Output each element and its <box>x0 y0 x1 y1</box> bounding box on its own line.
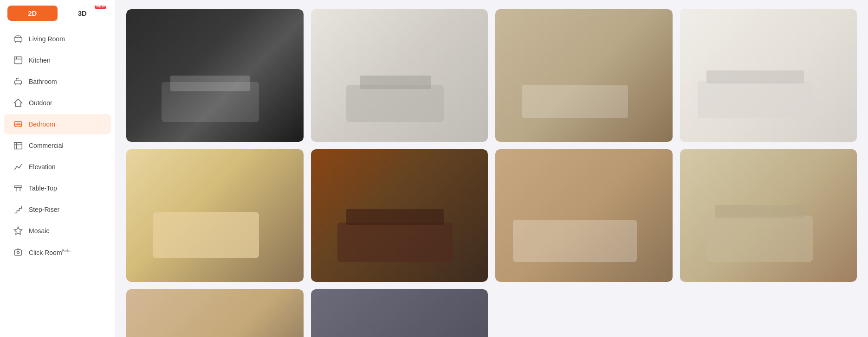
room-card-6[interactable] <box>311 149 488 282</box>
table-top-icon <box>13 183 23 193</box>
sidebar-label-bathroom: Bathroom <box>29 78 57 85</box>
svg-rect-9 <box>17 123 19 125</box>
svg-rect-6 <box>15 81 22 84</box>
svg-rect-17 <box>15 250 22 255</box>
bathroom-icon <box>13 76 23 87</box>
sidebar-item-step-riser[interactable]: Step-Riser <box>4 199 111 220</box>
sidebar-item-outdoor[interactable]: Outdoor <box>4 93 111 113</box>
main-content <box>115 0 868 337</box>
sidebar-item-living-room[interactable]: Living Room <box>4 29 111 49</box>
svg-marker-16 <box>14 227 22 235</box>
sidebar-label-elevation: Elevation <box>29 163 56 171</box>
room-card-5[interactable] <box>126 149 304 282</box>
view-toggle: 2D 3D new <box>7 6 107 21</box>
step-riser-icon <box>13 204 23 215</box>
room-card-8[interactable] <box>680 149 857 282</box>
svg-rect-0 <box>14 38 22 41</box>
sidebar-label-living-room: Living Room <box>29 35 65 43</box>
room-card-3[interactable] <box>495 9 673 142</box>
sidebar-label-outdoor: Outdoor <box>29 99 52 107</box>
sidebar-item-bedroom[interactable]: Bedroom <box>4 114 111 134</box>
sidebar-item-commercial[interactable]: Commercial <box>4 135 111 156</box>
room-card-1[interactable] <box>126 9 304 142</box>
sidebar-label-click-room: Click RoomBeta <box>29 248 71 256</box>
room-card-4[interactable] <box>680 9 857 142</box>
sidebar-label-mosaic: Mosaic <box>29 227 49 235</box>
sidebar: 2D 3D new Living Room Kitchen Bathroom O… <box>0 0 115 337</box>
3d-toggle-button[interactable]: 3D new <box>58 6 108 21</box>
sidebar-item-kitchen[interactable]: Kitchen <box>4 50 111 70</box>
svg-point-18 <box>17 251 19 254</box>
room-card-7[interactable] <box>495 149 673 282</box>
room-card-10[interactable] <box>311 289 488 337</box>
sidebar-item-table-top[interactable]: Table-Top <box>4 178 111 198</box>
sidebar-item-elevation[interactable]: Elevation <box>4 157 111 177</box>
sidebar-label-bedroom: Bedroom <box>29 121 55 128</box>
sidebar-label-commercial: Commercial <box>29 142 64 149</box>
sidebar-label-kitchen: Kitchen <box>29 57 51 64</box>
click-room-icon <box>13 247 23 257</box>
outdoor-icon <box>13 98 23 108</box>
living-room-icon <box>13 34 23 44</box>
new-badge: new <box>95 6 106 9</box>
svg-rect-3 <box>14 57 22 64</box>
sidebar-item-click-room[interactable]: Click RoomBeta <box>4 242 111 262</box>
sidebar-item-mosaic[interactable]: Mosaic <box>4 221 111 241</box>
2d-toggle-button[interactable]: 2D <box>7 6 58 21</box>
room-card-9[interactable] <box>126 289 304 337</box>
sidebar-item-bathroom[interactable]: Bathroom <box>4 71 111 92</box>
bedroom-icon <box>13 119 23 129</box>
kitchen-icon <box>13 55 23 65</box>
room-card-2[interactable] <box>311 9 488 142</box>
svg-rect-13 <box>14 186 22 187</box>
room-image-grid <box>126 9 857 337</box>
mosaic-icon <box>13 226 23 236</box>
elevation-icon <box>13 162 23 172</box>
commercial-icon <box>13 140 23 151</box>
svg-rect-10 <box>14 142 22 149</box>
sidebar-label-table-top: Table-Top <box>29 184 57 192</box>
sidebar-label-step-riser: Step-Riser <box>29 206 59 213</box>
